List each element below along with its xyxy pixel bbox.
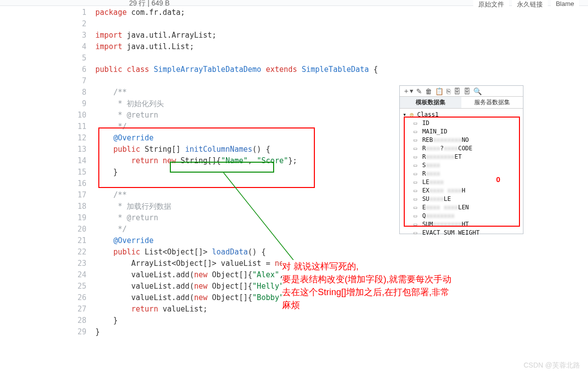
line-number: 11 — [74, 121, 95, 132]
tree-field[interactable]: ▭ Qxxxxxxxx — [403, 212, 520, 220]
code-content: valueList.add(new Object[]{"Alex", 15}); — [95, 269, 311, 281]
edit-icon[interactable]: ✎ — [416, 87, 422, 95]
line-number: 8 — [74, 87, 95, 98]
tree-field[interactable]: ▭ RxxxxxxxxET — [403, 153, 520, 161]
code-content: } — [95, 167, 118, 178]
line-number: 6 — [74, 64, 95, 75]
line-number: 12 — [74, 132, 95, 144]
code-content: package com.fr.data; — [95, 7, 185, 18]
line-number: 20 — [74, 224, 95, 235]
tree-field[interactable]: ▭ Sxxxx — [403, 161, 520, 170]
line-number: 5 — [74, 53, 95, 64]
line-number: 28 — [74, 315, 95, 326]
code-content: import java.util.ArrayList; — [95, 30, 217, 41]
tree-field[interactable]: ▭ ID — [403, 119, 520, 127]
line-number: 14 — [74, 155, 95, 167]
line-number: 26 — [74, 292, 95, 304]
line-number: 3 — [74, 30, 95, 41]
code-line: 29} — [74, 326, 580, 338]
line-number: 16 — [74, 178, 95, 189]
tree-field[interactable]: ▭ Rxxxx?xxxxCODE — [403, 144, 520, 153]
tree-field[interactable]: ▭ EXxxxx xxxxH — [403, 186, 520, 195]
code-content: return new String[]{"Name", "Score"}; — [95, 155, 297, 167]
annotation-text: 对 就说这样写死的, 要是表结构改变(增加字段),就需要每次手动 去在这个Str… — [282, 260, 501, 311]
tab-template-dataset[interactable]: 模板数据集 — [400, 97, 461, 108]
line-number: 25 — [74, 281, 95, 292]
code-content: */ — [95, 224, 127, 235]
code-content: public String[] initColumnNames() { — [95, 144, 270, 155]
dataset-toolbar: ＋▾ ✎ 🗑 📋 ⎘ 🗄 🗄 🔍 — [400, 86, 523, 97]
code-content: * 初始化列头 — [95, 98, 164, 110]
dataset-panel: ＋▾ ✎ 🗑 📋 ⎘ 🗄 🗄 🔍 模板数据集 服务器数据集 ▾ ◎ Class1… — [399, 85, 523, 234]
line-number: 13 — [74, 144, 95, 155]
line-number: 15 — [74, 167, 95, 178]
line-number: 4 — [74, 41, 95, 53]
code-line: 1package com.fr.data; — [74, 7, 580, 18]
tab-server-dataset[interactable]: 服务器数据集 — [461, 97, 523, 108]
code-content: public class SimpleArrayTableDataDemo ex… — [95, 64, 378, 75]
line-number: 1 — [74, 7, 95, 18]
line-number: 24 — [74, 269, 95, 281]
code-content: /** — [95, 189, 127, 201]
code-content: /** — [95, 87, 127, 98]
db3-icon[interactable]: 🗄 — [463, 87, 470, 95]
code-content: import java.util.List; — [95, 41, 194, 53]
code-content: @Override — [95, 235, 153, 247]
code-content: @Override — [95, 132, 153, 144]
watermark: CSDN @芙蓉北路 — [523, 361, 580, 370]
tree-field[interactable]: ▭ Rxxxx — [403, 170, 520, 178]
line-number: 21 — [74, 235, 95, 247]
line-number: 2 — [74, 18, 95, 30]
code-content: * @return — [95, 212, 158, 224]
line-number: 7 — [74, 75, 95, 87]
db1-icon[interactable]: ⎘ — [446, 87, 450, 95]
line-number: 9 — [74, 98, 95, 110]
code-line: 2 — [74, 18, 580, 30]
tree-field[interactable]: ▭ REBxxxxxxxxNO — [403, 136, 520, 144]
code-line: 3import java.util.ArrayList; — [74, 30, 580, 41]
tree-root[interactable]: ▾ ◎ Class1 — [403, 111, 520, 119]
code-line: 28 } — [74, 315, 580, 326]
tree-field[interactable]: ▭ EVACT SUM WEIGHT — [403, 229, 520, 237]
line-number: 10 — [74, 110, 95, 121]
code-line: 6public class SimpleArrayTableDataDemo e… — [74, 64, 580, 75]
code-content: */ — [95, 121, 127, 132]
code-content: public List<Object[]> loadData() { — [95, 247, 266, 258]
tree-field[interactable]: ▭ LExxxx — [403, 178, 520, 186]
line-number: 22 — [74, 247, 95, 258]
search-icon[interactable]: 🔍 — [473, 87, 482, 95]
plus-icon[interactable]: ＋▾ — [403, 87, 413, 96]
tree-field[interactable]: ▭ SUMxxxxxxxxHT — [403, 220, 520, 229]
code-content: * 加载行列数据 — [95, 201, 171, 212]
line-number: 18 — [74, 201, 95, 212]
code-line: 22 public List<Object[]> loadData() { — [74, 247, 580, 258]
code-line: 4import java.util.List; — [74, 41, 580, 53]
tree-field[interactable]: ▭ Exxxx xxxxLEN — [403, 203, 520, 212]
copy-icon[interactable]: 📋 — [435, 87, 443, 95]
line-number: 19 — [74, 212, 95, 224]
tree-field[interactable]: ▭ MAIN_ID — [403, 127, 520, 136]
line-number: 23 — [74, 258, 95, 269]
line-number: 17 — [74, 189, 95, 201]
db2-icon[interactable]: 🗄 — [453, 87, 460, 95]
dataset-tree: ▾ ◎ Class1 ▭ ID ▭ MAIN_ID ▭ REBxxxxxxxxN… — [400, 109, 523, 239]
code-content: * @return — [95, 110, 158, 121]
code-content: return valueList; — [95, 304, 208, 315]
code-content: } — [95, 315, 118, 326]
dataset-tabs: 模板数据集 服务器数据集 — [400, 97, 523, 109]
annotation-badge: 0 — [496, 175, 500, 184]
line-number: 29 — [74, 326, 95, 338]
line-number: 27 — [74, 304, 95, 315]
delete-icon[interactable]: 🗑 — [425, 87, 432, 95]
code-line: 5 — [74, 53, 580, 64]
tree-field[interactable]: ▭ SUxxxxLE — [403, 195, 520, 203]
code-content: } — [95, 326, 100, 338]
